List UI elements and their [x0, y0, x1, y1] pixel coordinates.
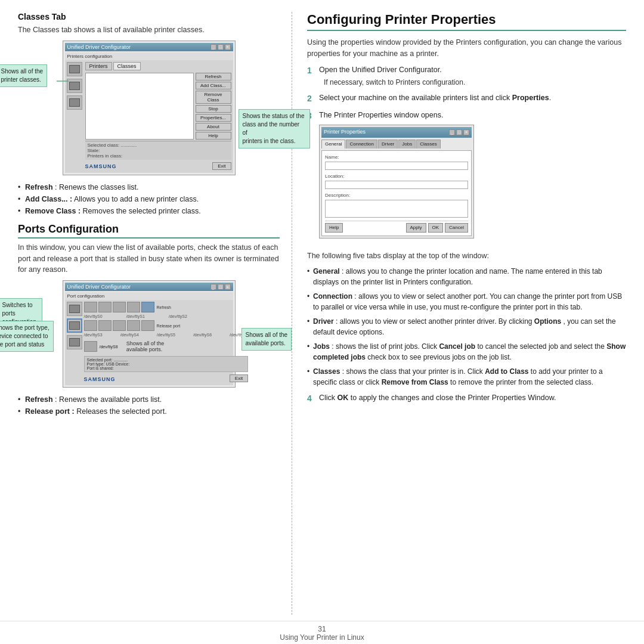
port-icon-8 — [113, 320, 126, 331]
ports-bullet-refresh: Refresh : Renews the available ports lis… — [18, 394, 280, 405]
pp-apply-btn[interactable]: Apply — [406, 223, 426, 233]
page-footer: 31 Using Your Printer in Linux — [0, 621, 644, 644]
pp-close[interactable]: × — [463, 129, 469, 135]
step-2-num: 2 — [307, 92, 315, 105]
jobs-bold: Jobs — [313, 342, 330, 351]
maximize-btn[interactable]: □ — [218, 44, 224, 50]
classes-bold: Classes — [313, 367, 340, 376]
jobs-desc: Jobs : shows the list of print jobs. Cli… — [307, 341, 626, 363]
ports-footer-row: SAMSUNG Exit — [84, 373, 249, 383]
pp-help-btn[interactable]: Help — [325, 223, 343, 233]
classes-screenshot-titlebar: Unified Driver Configurator _ □ × — [65, 43, 233, 51]
step-4-num: 4 — [307, 392, 315, 405]
ports-minimize[interactable]: _ — [210, 284, 216, 290]
pp-tab-classes[interactable]: Classes — [416, 140, 440, 148]
about-btn[interactable]: About — [196, 123, 231, 131]
printer-props-screenshot: Printer Properties _ □ × General Connect… — [319, 125, 474, 239]
pp-tab-general[interactable]: General — [321, 140, 345, 148]
callout-class-status: Shows the status of theclass and the num… — [239, 109, 310, 148]
pp-minimize[interactable]: _ — [449, 129, 455, 135]
close-btn[interactable]: × — [225, 44, 231, 50]
ports-titlebar-controls: _ □ × — [210, 284, 231, 290]
port-single-label: /dev/ttyS8 — [100, 345, 118, 349]
step-1-num: 1 — [307, 64, 315, 88]
ports-exit-btn[interactable]: Exit — [230, 374, 248, 382]
port-icon-2 — [98, 302, 112, 312]
port-lbl-4: /dev/ttyS3 — [84, 333, 103, 337]
printers-config-label: Printers configuration — [65, 52, 233, 60]
release-port-btn[interactable]: Release port — [157, 324, 181, 328]
ports-refresh-label: Refresh — [25, 395, 53, 404]
pp-tab-driver[interactable]: Driver — [378, 140, 398, 148]
ports-main-area: Refresh /dev/ttyS0 /dev/ttyS1 /dev/ttyS2 — [84, 302, 249, 383]
configuring-heading: Configuring Printer Properties — [307, 12, 626, 31]
port-lbl-1: /dev/ttyS0 — [84, 314, 103, 318]
main-content: Classes Tab The Classes tab shows a list… — [0, 0, 644, 621]
help-btn[interactable]: Help — [196, 132, 231, 140]
refresh-btn[interactable]: Refresh — [196, 73, 231, 80]
ports-refresh-btn[interactable]: Refresh — [157, 305, 172, 309]
port-lbl-6: /dev/ttyS5 — [157, 333, 175, 337]
pp-tab-jobs[interactable]: Jobs — [398, 140, 416, 148]
selected-class-label: Selected class: ............ — [88, 143, 229, 148]
connection-text: : allows you to view or select another p… — [313, 292, 622, 311]
pp-form-buttons: Help Apply OK Cancel — [325, 221, 468, 233]
ports-refresh-text: : Renews the available ports list. — [55, 395, 162, 404]
tab-desc-list: General : allows you to change the print… — [307, 266, 626, 388]
bullet-remove-class: Remove Class : Removes the selected prin… — [18, 205, 280, 217]
classes-screenshot-title: Unified Driver Configurator — [67, 44, 131, 50]
cancel-job-bold: Cancel job — [439, 342, 475, 351]
callout-arrow-1 — [57, 75, 128, 87]
page-number: 31 — [0, 625, 644, 633]
ports-maximize[interactable]: □ — [218, 284, 224, 290]
right-column: Configuring Printer Properties Using the… — [292, 12, 626, 615]
printers-tab[interactable]: Printers — [85, 62, 112, 70]
location-input[interactable] — [325, 181, 468, 189]
callout-ports-text: Shows all of theavailable ports. — [242, 328, 292, 351]
ports-printer-2 — [67, 318, 82, 333]
remove-from-class-bold: Remove from Class — [382, 378, 448, 386]
jobs-text3: check box to see previous jobs on the jo… — [367, 353, 511, 361]
minimize-btn[interactable]: _ — [210, 44, 216, 50]
pp-cancel-btn[interactable]: Cancel — [445, 223, 468, 233]
classes-tab[interactable]: Classes — [113, 62, 141, 70]
port-single-row: /dev/ttyS8 Shows all of theavailable por… — [84, 340, 249, 352]
ports-printer-1 — [67, 302, 82, 316]
exit-btn[interactable]: Exit — [212, 162, 231, 170]
general-bold: General — [313, 267, 340, 275]
pp-ok-btn[interactable]: OK — [428, 223, 444, 233]
step-4-text: Click — [319, 394, 338, 402]
name-input[interactable] — [325, 162, 468, 170]
ports-screenshot: Unified Driver Configurator _ □ × Port c… — [63, 280, 236, 388]
ports-icon-bar — [67, 302, 82, 383]
right-intro: Using the properties window provided by … — [307, 37, 626, 60]
add-class-btn[interactable]: Add Class... — [196, 82, 231, 89]
pp-tab-connection[interactable]: Connection — [346, 140, 377, 148]
step-2-content: Select your machine on the available pri… — [319, 92, 551, 105]
properties-btn[interactable]: Properties... — [196, 114, 231, 122]
step-4-ok: OK — [338, 394, 349, 402]
ports-bullets: Refresh : Renews the available ports lis… — [18, 394, 280, 417]
port-icon-7 — [98, 320, 112, 331]
ports-close[interactable]: × — [225, 284, 231, 290]
classes-desc: Classes : shows the class that your prin… — [307, 366, 626, 388]
bullet-add-class-text: Allows you to add a new printer class. — [74, 195, 199, 203]
description-input[interactable] — [325, 200, 468, 218]
port-icons-row2: Release port — [84, 320, 249, 331]
add-to-class-bold: Add to Class — [485, 367, 528, 376]
port-lbl-2: /dev/ttyS1 — [126, 314, 145, 318]
remove-class-btn[interactable]: Remove Class — [196, 91, 231, 104]
port-icon-3 — [113, 302, 126, 312]
step-3: 3 The Printer Properties window opens. P… — [307, 110, 626, 244]
classes-text3: to remove the printer from the selected … — [450, 378, 593, 386]
pp-tabs: General Connection Driver Jobs Classes — [321, 140, 472, 148]
step-4: 4 Click OK to apply the changes and clos… — [307, 392, 626, 405]
bullet-refresh-bold: Refresh — [25, 183, 53, 191]
bullet-refresh-text: : Renews the classes list. — [55, 183, 138, 191]
ss-status-bar: Selected class: ............ State: Prin… — [85, 141, 231, 160]
stop-btn[interactable]: Stop — [196, 105, 231, 113]
callout-port-info: Shows the port type,device connected tot… — [0, 321, 60, 352]
ports-title: Unified Driver Configurator — [67, 284, 131, 290]
pp-maximize[interactable]: □ — [456, 129, 462, 135]
ss-buttons: Refresh Add Class... Remove Class Stop P… — [196, 73, 231, 140]
